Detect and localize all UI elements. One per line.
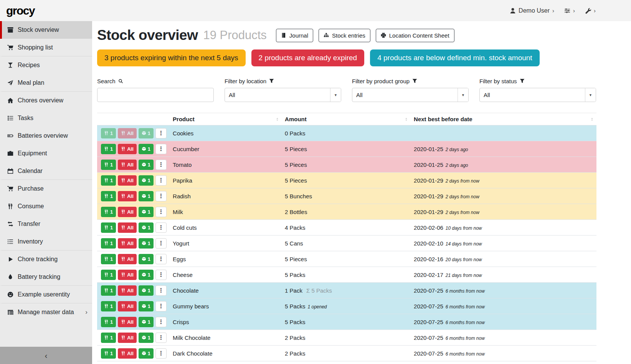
banner-info[interactable]: 4 products are below defined min. stock … <box>370 49 539 66</box>
consume-one-button[interactable]: 1 <box>101 128 116 138</box>
column-header-amount[interactable]: Amount <box>282 113 411 125</box>
consume-one-button[interactable]: 1 <box>101 238 116 249</box>
open-one-button[interactable]: 1 <box>139 144 154 154</box>
consume-all-button[interactable]: All <box>118 301 137 311</box>
consume-all-button[interactable]: All <box>118 160 137 170</box>
row-menu-button[interactable]: ⋮ <box>155 144 167 154</box>
open-icon <box>142 147 146 151</box>
row-menu-button[interactable]: ⋮ <box>155 128 167 138</box>
open-one-button[interactable]: 1 <box>139 128 154 138</box>
row-menu-button[interactable]: ⋮ <box>155 160 167 170</box>
sidebar-item-equipment[interactable]: Equipment <box>0 145 92 162</box>
sidebar-item-tasks[interactable]: Tasks <box>0 109 92 127</box>
consume-one-button[interactable]: 1 <box>101 301 116 311</box>
row-menu-button[interactable]: ⋮ <box>155 207 167 217</box>
column-header-product[interactable]: Product <box>170 113 282 125</box>
product-group-filter-select[interactable]: All <box>352 88 469 102</box>
app-logo[interactable]: grocy <box>6 4 35 17</box>
utensils-icon <box>121 351 126 356</box>
consume-all-button[interactable]: All <box>118 238 137 249</box>
amount-value: 4 Packs <box>285 224 305 231</box>
consume-one-button[interactable]: 1 <box>101 207 116 217</box>
open-one-button[interactable]: 1 <box>139 191 154 201</box>
open-one-button[interactable]: 1 <box>139 301 154 311</box>
open-one-button[interactable]: 1 <box>139 285 154 296</box>
consume-one-button[interactable]: 1 <box>101 348 116 359</box>
consume-all-button[interactable]: All <box>118 128 137 138</box>
user-menu[interactable]: Demo User › <box>510 7 554 14</box>
consume-all-button[interactable]: All <box>118 144 137 154</box>
open-one-button[interactable]: 1 <box>139 175 154 186</box>
column-header-best-before[interactable]: Next best before date <box>411 113 596 125</box>
open-one-button[interactable]: 1 <box>139 333 154 343</box>
row-menu-button[interactable]: ⋮ <box>155 348 167 359</box>
row-menu-button[interactable]: ⋮ <box>155 333 167 343</box>
sidebar-item-batteries-overview[interactable]: Batteries overview <box>0 127 92 145</box>
open-one-button[interactable]: 1 <box>139 270 154 280</box>
journal-button[interactable]: Journal <box>276 29 313 42</box>
open-one-button[interactable]: 1 <box>139 160 154 170</box>
sidebar-item-purchase[interactable]: Purchase <box>0 180 92 198</box>
sidebar-item-recipes[interactable]: Recipes <box>0 56 92 74</box>
consume-one-button[interactable]: 1 <box>101 191 116 201</box>
sidebar-item-meal-plan[interactable]: Meal plan <box>0 74 92 92</box>
consume-one-button[interactable]: 1 <box>101 160 116 170</box>
admin-menu[interactable]: › <box>585 7 596 14</box>
consume-one-button[interactable]: 1 <box>101 285 116 296</box>
consume-one-button[interactable]: 1 <box>101 333 116 343</box>
stock-entries-button[interactable]: Stock entries <box>319 29 370 42</box>
sidebar-item-transfer[interactable]: Transfer <box>0 215 92 233</box>
open-one-button[interactable]: 1 <box>139 348 154 359</box>
status-filter-select[interactable]: All <box>479 88 596 102</box>
sidebar-item-shopping-list[interactable]: Shopping list <box>0 39 92 56</box>
consume-one-button[interactable]: 1 <box>101 222 116 233</box>
open-one-button[interactable]: 1 <box>139 222 154 233</box>
consume-all-button[interactable]: All <box>118 333 137 343</box>
open-one-button[interactable]: 1 <box>139 254 154 264</box>
sidebar-item-consume[interactable]: Consume <box>0 198 92 215</box>
button-label: 1 <box>148 193 150 199</box>
sidebar-item-inventory[interactable]: Inventory <box>0 233 92 250</box>
sidebar-item-battery-tracking[interactable]: Battery tracking <box>0 268 92 286</box>
row-menu-button[interactable]: ⋮ <box>155 270 167 280</box>
banner-warning[interactable]: 3 products expiring within the next 5 da… <box>97 49 246 66</box>
row-menu-button[interactable]: ⋮ <box>155 222 167 233</box>
consume-one-button[interactable]: 1 <box>101 254 116 264</box>
consume-all-button[interactable]: All <box>118 317 137 327</box>
sidebar-item-stock-overview[interactable]: Stock overview <box>0 21 92 39</box>
row-menu-button[interactable]: ⋮ <box>155 285 167 296</box>
sidebar-item-manage-master-data[interactable]: Manage master data› <box>0 303 92 321</box>
sidebar-item-label: Stock overview <box>18 26 88 33</box>
sidebar-item-calendar[interactable]: Calendar <box>0 162 92 180</box>
consume-all-button[interactable]: All <box>118 222 137 233</box>
consume-all-button[interactable]: All <box>118 191 137 201</box>
row-menu-button[interactable]: ⋮ <box>155 317 167 327</box>
consume-one-button[interactable]: 1 <box>101 175 116 186</box>
sidebar-item-chore-tracking[interactable]: Chore tracking <box>0 250 92 268</box>
consume-all-button[interactable]: All <box>118 175 137 186</box>
sidebar-collapse-button[interactable]: ‹ <box>0 347 92 364</box>
row-menu-button[interactable]: ⋮ <box>155 175 167 186</box>
search-input[interactable] <box>97 88 214 102</box>
banner-danger[interactable]: 2 products are already expired <box>251 49 365 66</box>
consume-one-button[interactable]: 1 <box>101 317 116 327</box>
row-menu-button[interactable]: ⋮ <box>155 254 167 264</box>
consume-all-button[interactable]: All <box>118 348 137 359</box>
open-one-button[interactable]: 1 <box>139 207 154 217</box>
location-filter-select[interactable]: All <box>225 88 341 102</box>
row-menu-button[interactable]: ⋮ <box>155 238 167 249</box>
sidebar-item-chores-overview[interactable]: Chores overview <box>0 92 92 109</box>
row-menu-button[interactable]: ⋮ <box>155 191 167 201</box>
consume-all-button[interactable]: All <box>118 254 137 264</box>
open-one-button[interactable]: 1 <box>139 317 154 327</box>
consume-one-button[interactable]: 1 <box>101 270 116 280</box>
consume-one-button[interactable]: 1 <box>101 144 116 154</box>
sidebar-item-example-userentity[interactable]: Example userentity <box>0 286 92 303</box>
row-menu-button[interactable]: ⋮ <box>155 301 167 311</box>
location-content-sheet-button[interactable]: Location Content Sheet <box>376 29 454 42</box>
settings-menu[interactable]: › <box>564 7 575 14</box>
consume-all-button[interactable]: All <box>118 270 137 280</box>
open-one-button[interactable]: 1 <box>139 238 154 249</box>
consume-all-button[interactable]: All <box>118 207 137 217</box>
consume-all-button[interactable]: All <box>118 285 137 296</box>
